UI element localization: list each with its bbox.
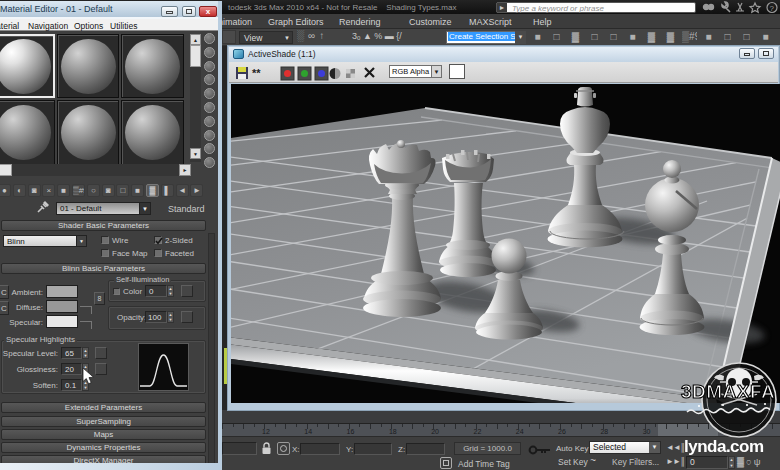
svg-text:3DMAXFA: 3DMAXFA <box>681 381 775 402</box>
svg-text:**: ** <box>252 67 261 79</box>
svg-text:?: ? <box>770 4 775 13</box>
